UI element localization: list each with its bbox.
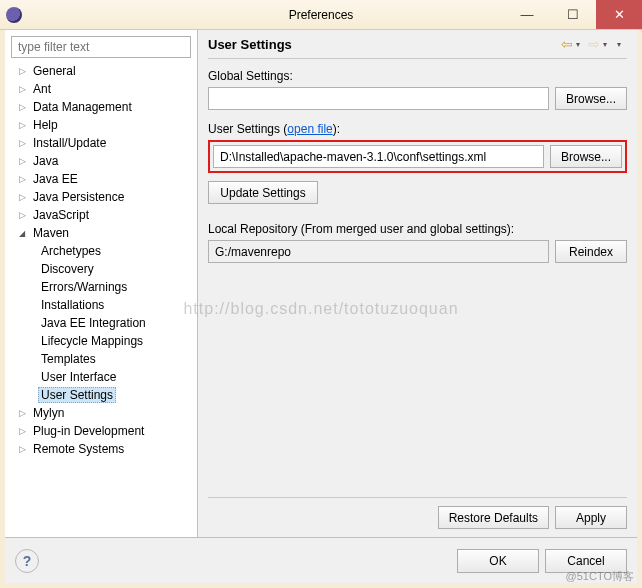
tree-item[interactable]: Java Persistence: [10, 188, 194, 206]
eclipse-icon: [6, 7, 22, 23]
tree-item-label: Remote Systems: [30, 441, 127, 457]
tree-item-label: Installations: [38, 297, 107, 313]
tree-item-label: Archetypes: [38, 243, 104, 259]
split-pane: GeneralAntData ManagementHelpInstall/Upd…: [5, 30, 637, 537]
dialog-content: GeneralAntData ManagementHelpInstall/Upd…: [0, 30, 642, 588]
nav-history: ⇦▾ ⇨▾ ▾: [561, 36, 627, 52]
tree-item-label: Help: [30, 117, 61, 133]
tree-twisty-icon[interactable]: [16, 155, 28, 167]
tree-item-label: Java: [30, 153, 61, 169]
user-settings-input[interactable]: [213, 145, 544, 168]
user-settings-highlight: Browse...: [208, 140, 627, 173]
tree-item-label: Maven: [30, 225, 72, 241]
cancel-button[interactable]: Cancel: [545, 549, 627, 573]
panel-title: User Settings: [208, 37, 292, 52]
preferences-tree[interactable]: GeneralAntData ManagementHelpInstall/Upd…: [8, 62, 194, 537]
tree-item[interactable]: Help: [10, 116, 194, 134]
close-button[interactable]: ✕: [596, 0, 642, 29]
tree-item-label: General: [30, 63, 79, 79]
tree-twisty-icon[interactable]: [16, 227, 28, 239]
window-controls: — ☐ ✕: [504, 0, 642, 29]
tree-child-item[interactable]: Lifecycle Mappings: [10, 332, 194, 350]
tree-child-item[interactable]: User Interface: [10, 368, 194, 386]
tree-item[interactable]: JavaScript: [10, 206, 194, 224]
tree-twisty-icon[interactable]: [16, 443, 28, 455]
tree-item[interactable]: Install/Update: [10, 134, 194, 152]
tree-item[interactable]: General: [10, 62, 194, 80]
apply-button[interactable]: Apply: [555, 506, 627, 529]
tree-item-label: Lifecycle Mappings: [38, 333, 146, 349]
tree-twisty-icon[interactable]: [16, 101, 28, 113]
local-repo-input: [208, 240, 549, 263]
reindex-button[interactable]: Reindex: [555, 240, 627, 263]
tree-item-label: Install/Update: [30, 135, 109, 151]
ok-button[interactable]: OK: [457, 549, 539, 573]
tree-item-label: Errors/Warnings: [38, 279, 130, 295]
tree-item[interactable]: Mylyn: [10, 404, 194, 422]
tree-child-item[interactable]: Archetypes: [10, 242, 194, 260]
tree-twisty-icon[interactable]: [16, 191, 28, 203]
tree-item[interactable]: Data Management: [10, 98, 194, 116]
global-settings-input[interactable]: [208, 87, 549, 110]
tree-item-label: Data Management: [30, 99, 135, 115]
forward-menu-icon[interactable]: ▾: [603, 40, 607, 49]
maximize-button[interactable]: ☐: [550, 0, 596, 29]
tree-item[interactable]: Remote Systems: [10, 440, 194, 458]
restore-defaults-button[interactable]: Restore Defaults: [438, 506, 549, 529]
tree-item-label: Java EE: [30, 171, 81, 187]
back-menu-icon[interactable]: ▾: [576, 40, 580, 49]
tree-twisty-icon[interactable]: [16, 407, 28, 419]
global-settings-label: Global Settings:: [208, 69, 627, 83]
update-settings-button[interactable]: Update Settings: [208, 181, 318, 204]
global-browse-button[interactable]: Browse...: [555, 87, 627, 110]
tree-child-item[interactable]: User Settings: [10, 386, 194, 404]
tree-item-label: Plug-in Development: [30, 423, 147, 439]
tree-item-label: Templates: [38, 351, 99, 367]
settings-panel: User Settings ⇦▾ ⇨▾ ▾ Global Settings: B…: [198, 30, 637, 537]
tree-child-item[interactable]: Discovery: [10, 260, 194, 278]
update-row: Update Settings: [208, 181, 627, 204]
tree-item[interactable]: Java: [10, 152, 194, 170]
local-repo-label: Local Repository (From merged user and g…: [208, 222, 627, 236]
tree-twisty-icon[interactable]: [16, 119, 28, 131]
tree-twisty-icon[interactable]: [16, 425, 28, 437]
tree-item[interactable]: Ant: [10, 80, 194, 98]
global-settings-row: Browse...: [208, 87, 627, 110]
tree-twisty-icon[interactable]: [16, 65, 28, 77]
back-icon[interactable]: ⇦: [561, 36, 573, 52]
tree-twisty-icon[interactable]: [16, 137, 28, 149]
open-file-link[interactable]: open file: [287, 122, 332, 136]
dialog-buttons: OK Cancel: [457, 549, 627, 573]
panel-header: User Settings ⇦▾ ⇨▾ ▾: [208, 36, 627, 59]
help-button[interactable]: ?: [15, 549, 39, 573]
tree-item[interactable]: Maven: [10, 224, 194, 242]
tree-item[interactable]: Java EE: [10, 170, 194, 188]
tree-item-label: User Interface: [38, 369, 119, 385]
tree-item-label: Java Persistence: [30, 189, 127, 205]
tree-pane: GeneralAntData ManagementHelpInstall/Upd…: [5, 30, 198, 537]
tree-item-label: Discovery: [38, 261, 97, 277]
tree-item-label: JavaScript: [30, 207, 92, 223]
tree-item[interactable]: Plug-in Development: [10, 422, 194, 440]
filter-input[interactable]: [11, 36, 191, 58]
tree-item-label: User Settings: [38, 387, 116, 403]
tree-item-label: Mylyn: [30, 405, 67, 421]
forward-icon[interactable]: ⇨: [588, 36, 600, 52]
tree-child-item[interactable]: Java EE Integration: [10, 314, 194, 332]
user-browse-button[interactable]: Browse...: [550, 145, 622, 168]
user-settings-row: Browse...: [213, 145, 622, 168]
tree-child-item[interactable]: Templates: [10, 350, 194, 368]
title-bar: Preferences — ☐ ✕: [0, 0, 642, 30]
tree-twisty-icon[interactable]: [16, 83, 28, 95]
tree-item-label: Java EE Integration: [38, 315, 149, 331]
tree-twisty-icon[interactable]: [16, 173, 28, 185]
panel-menu-icon[interactable]: ▾: [617, 40, 621, 49]
local-repo-row: Reindex: [208, 240, 627, 263]
tree-item-label: Ant: [30, 81, 54, 97]
dialog-footer: ? OK Cancel: [5, 537, 637, 583]
panel-buttons: Restore Defaults Apply: [208, 497, 627, 529]
tree-twisty-icon[interactable]: [16, 209, 28, 221]
tree-child-item[interactable]: Errors/Warnings: [10, 278, 194, 296]
tree-child-item[interactable]: Installations: [10, 296, 194, 314]
minimize-button[interactable]: —: [504, 0, 550, 29]
